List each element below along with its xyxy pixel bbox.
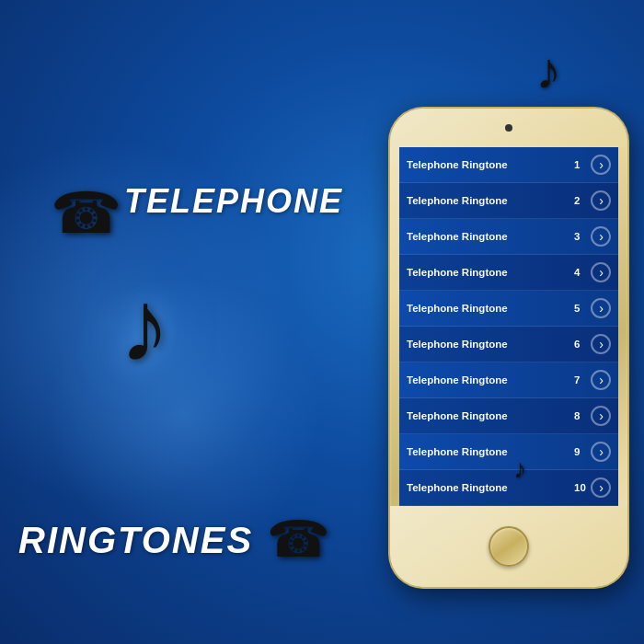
telephone-icon-topleft: ☎ [51, 179, 121, 247]
ringtone-item-label: Telephone Ringtone [407, 195, 570, 206]
ringtone-item-number: 9 [574, 446, 591, 457]
chevron-right-icon [591, 406, 611, 426]
ringtone-item-number: 7 [574, 374, 591, 385]
ringtone-item[interactable]: Telephone Ringtone10 [399, 470, 618, 506]
chevron-right-icon [591, 190, 611, 211]
ringtone-item-number: 6 [574, 339, 591, 350]
telephone-heading: TELEPHONE [124, 182, 343, 221]
phone-screen: Telephone Ringtone1Telephone Ringtone2Te… [399, 147, 618, 506]
chevron-right-icon [591, 477, 611, 498]
phone-top-bar [390, 109, 627, 147]
ringtone-item-label: Telephone Ringtone [407, 231, 570, 242]
ringtone-item-label: Telephone Ringtone [407, 267, 570, 278]
ringtone-item[interactable]: Telephone Ringtone6 [399, 327, 618, 362]
ringtone-item[interactable]: Telephone Ringtone9 [399, 434, 618, 470]
chevron-right-icon [591, 298, 611, 318]
ringtone-item-number: 8 [574, 410, 591, 421]
chevron-right-icon [591, 442, 611, 462]
ringtone-item-label: Telephone Ringtone [407, 374, 570, 385]
home-button[interactable] [489, 526, 529, 567]
ringtone-item-number: 10 [574, 482, 591, 493]
phone-bottom-bar [390, 506, 627, 587]
music-note-small-icon: ♪ [536, 41, 562, 100]
music-note-large-icon: ♪ [120, 267, 170, 384]
music-note-phone-icon: ♪ [513, 454, 526, 484]
ringtone-item[interactable]: Telephone Ringtone1 [399, 147, 618, 183]
chevron-right-icon [591, 334, 611, 354]
ringtone-item[interactable]: Telephone Ringtone8 [399, 398, 618, 434]
phone-camera [505, 124, 512, 132]
ringtone-item-number: 4 [574, 267, 591, 278]
ringtone-list: Telephone Ringtone1Telephone Ringtone2Te… [399, 147, 618, 506]
ringtones-heading: RINGTONES [18, 520, 253, 561]
ringtone-item[interactable]: Telephone Ringtone5 [399, 291, 618, 327]
ringtone-item[interactable]: Telephone Ringtone7 [399, 362, 618, 398]
ringtone-item-label: Telephone Ringtone [407, 410, 570, 421]
chevron-right-icon [591, 262, 611, 282]
chevron-right-icon [591, 370, 611, 390]
telephone-icon-bottomleft: ☎ [267, 510, 330, 569]
ringtone-item-label: Telephone Ringtone [407, 159, 570, 170]
ringtone-item[interactable]: Telephone Ringtone3 [399, 219, 618, 255]
ringtone-item[interactable]: Telephone Ringtone4 [399, 255, 618, 291]
ringtone-item-number: 5 [574, 303, 591, 314]
chevron-right-icon [591, 155, 611, 175]
ringtone-item-number: 3 [574, 231, 591, 242]
chevron-right-icon [591, 226, 611, 247]
ringtone-item-label: Telephone Ringtone [407, 339, 570, 350]
ringtone-item-number: 2 [574, 195, 591, 206]
smartphone-device: Telephone Ringtone1Telephone Ringtone2Te… [390, 109, 627, 587]
ringtone-item-number: 1 [574, 159, 591, 170]
ringtone-item-label: Telephone Ringtone [407, 446, 570, 457]
ringtone-item-label: Telephone Ringtone [407, 303, 570, 314]
ringtone-item-label: Telephone Ringtone [407, 482, 570, 493]
ringtone-item[interactable]: Telephone Ringtone2 [399, 183, 618, 219]
